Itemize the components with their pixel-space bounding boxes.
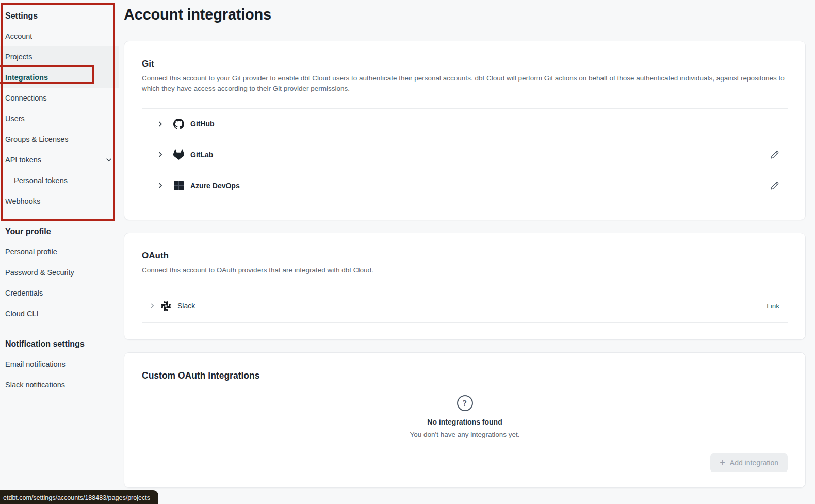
git-row-gitlab[interactable]: GitLab xyxy=(142,139,788,170)
sidebar-item-connections[interactable]: Connections xyxy=(0,88,119,108)
empty-state-title: No integrations found xyxy=(142,418,788,426)
git-section-description: Connect this account to your Git provide… xyxy=(142,73,788,94)
settings-sidebar: Settings Account Projects Integrations C… xyxy=(0,0,119,504)
plus-icon: + xyxy=(720,458,725,467)
sidebar-item-integrations[interactable]: Integrations xyxy=(0,67,119,88)
sidebar-item-api-tokens[interactable]: API tokens xyxy=(0,150,119,170)
slack-icon xyxy=(160,300,171,312)
question-circle-icon: ? xyxy=(457,395,473,411)
sidebar-item-credentials[interactable]: Credentials xyxy=(0,283,119,303)
oauth-section-description: Connect this account to OAuth providers … xyxy=(142,265,788,275)
git-card: Git Connect this account to your Git pro… xyxy=(124,41,806,220)
sidebar-item-cloud-cli[interactable]: Cloud CLI xyxy=(0,303,119,324)
sidebar-heading-settings: Settings xyxy=(0,7,119,26)
sidebar-item-users[interactable]: Users xyxy=(0,108,119,129)
chevron-right-icon[interactable] xyxy=(156,120,164,128)
chevron-right-icon[interactable] xyxy=(156,151,164,158)
git-row-azure-devops[interactable]: Azure DevOps xyxy=(142,170,788,201)
oauth-row-slack[interactable]: Slack Link xyxy=(142,289,788,323)
oauth-row-label: Slack xyxy=(177,302,195,310)
gitlab-icon xyxy=(173,149,184,160)
git-row-label: Azure DevOps xyxy=(190,182,240,190)
sidebar-item-groups-licenses[interactable]: Groups & Licenses xyxy=(0,129,119,150)
empty-state-subtitle: You don't have any integrations yet. xyxy=(142,431,788,438)
chevron-right-icon[interactable] xyxy=(156,182,164,189)
git-section-title: Git xyxy=(142,59,788,69)
sidebar-item-personal-tokens[interactable]: Personal tokens xyxy=(0,170,119,191)
chevron-down-icon xyxy=(104,155,113,165)
sidebar-item-password-security[interactable]: Password & Security xyxy=(0,262,119,283)
sidebar-item-email-notifications[interactable]: Email notifications xyxy=(0,354,119,375)
edit-pencil-icon[interactable] xyxy=(770,181,779,190)
git-row-label: GitLab xyxy=(190,151,213,159)
git-row-label: GitHub xyxy=(190,120,215,128)
github-icon xyxy=(173,118,184,129)
main-content: Account integrations Git Connect this ac… xyxy=(119,0,815,504)
sidebar-item-webhooks[interactable]: Webhooks xyxy=(0,191,119,212)
sidebar-item-personal-profile[interactable]: Personal profile xyxy=(0,241,119,262)
edit-pencil-icon[interactable] xyxy=(770,150,779,159)
slack-link-button[interactable]: Link xyxy=(767,302,779,310)
empty-state: ? No integrations found You don't have a… xyxy=(142,395,788,438)
sidebar-item-projects[interactable]: Projects xyxy=(0,46,119,67)
status-url-tooltip: etdbt.com/settings/accounts/188483/pages… xyxy=(0,490,158,504)
sidebar-item-slack-notifications[interactable]: Slack notifications xyxy=(0,375,119,395)
oauth-card: OAuth Connect this account to OAuth prov… xyxy=(124,233,806,340)
custom-oauth-card: Custom OAuth integrations ? No integrati… xyxy=(124,352,806,488)
sidebar-item-account[interactable]: Account xyxy=(0,26,119,46)
chevron-right-icon[interactable] xyxy=(149,302,156,310)
add-integration-button[interactable]: + Add integration xyxy=(710,453,788,472)
azure-devops-icon xyxy=(173,180,184,191)
sidebar-heading-notification-settings: Notification settings xyxy=(0,335,119,354)
oauth-section-title: OAuth xyxy=(142,251,788,261)
custom-oauth-section-title: Custom OAuth integrations xyxy=(142,370,788,381)
page-title: Account integrations xyxy=(124,6,806,23)
git-row-github[interactable]: GitHub xyxy=(142,108,788,139)
sidebar-heading-your-profile: Your profile xyxy=(0,223,119,241)
